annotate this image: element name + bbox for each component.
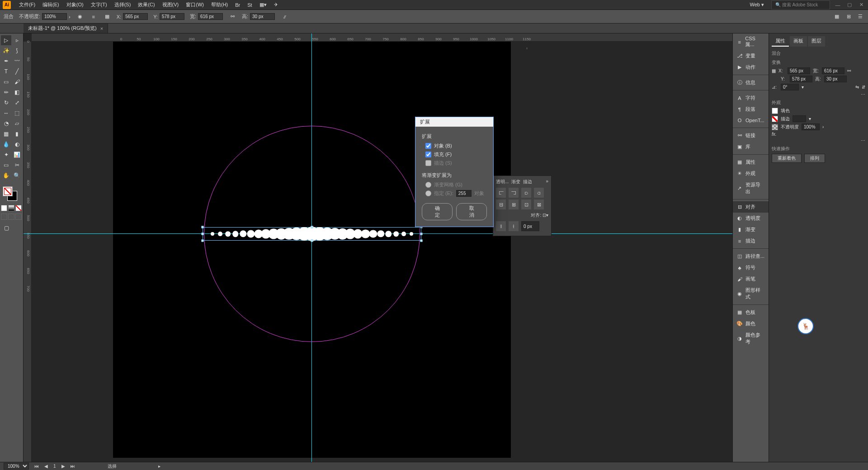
fill-swatch[interactable] — [772, 108, 778, 114]
canvas[interactable]: 0501001502002503003504004505005506006507… — [24, 33, 732, 462]
style-icon[interactable]: ◉ — [76, 13, 84, 21]
dist-hcenter-icon[interactable]: ⊞ — [509, 199, 519, 209]
flip-v-icon[interactable]: ⇵ — [862, 85, 865, 90]
selection-handle[interactable] — [420, 233, 423, 235]
prop-w-input[interactable] — [822, 67, 844, 74]
selection-handle[interactable] — [202, 233, 204, 235]
workspace-switcher[interactable]: Web ▾ — [746, 1, 768, 9]
reference-point-icon[interactable]: ▦ — [103, 13, 111, 21]
eyedropper-tool[interactable]: 💧 — [1, 139, 11, 149]
gpu-icon[interactable]: ✈ — [270, 2, 282, 8]
peek-collapse-icon[interactable]: » — [546, 179, 548, 185]
w-input[interactable] — [198, 13, 223, 20]
shaper-tool[interactable]: ✏ — [1, 87, 11, 97]
fx-label[interactable]: fx. — [772, 132, 777, 137]
bridge-icon[interactable]: Br — [231, 2, 244, 8]
opacity-input[interactable] — [802, 123, 820, 130]
selection-handle[interactable] — [202, 240, 204, 242]
menu-select[interactable]: 选择(S) — [111, 1, 135, 8]
ok-button[interactable]: 确定 — [422, 203, 453, 220]
magic-wand-tool[interactable]: ✨ — [1, 46, 11, 56]
tab-close-icon[interactable]: × — [100, 26, 103, 31]
strip-color-guide[interactable]: ◑颜色参考 — [733, 329, 769, 347]
arrange-icon[interactable]: ⊞ — [844, 13, 853, 21]
perspective-tool[interactable]: ▱ — [12, 119, 22, 128]
strip-lib[interactable]: ▣库 — [733, 141, 769, 152]
nav-prev-icon[interactable]: ◀ — [44, 464, 48, 469]
align-icon[interactable]: ≡ — [90, 13, 98, 21]
menu-window[interactable]: 窗口(W) — [182, 1, 208, 8]
menu-effect[interactable]: 效果(C) — [134, 1, 158, 8]
selection-handle[interactable] — [311, 226, 313, 228]
strip-brushes[interactable]: 🖌画笔 — [733, 273, 769, 285]
selection-tool[interactable]: ▷ — [1, 35, 11, 45]
menu-edit[interactable]: 编辑(E) — [39, 1, 63, 8]
strip-info[interactable]: ⓘ信息 — [733, 77, 769, 88]
strip-char[interactable]: A字符 — [733, 92, 769, 104]
lasso-tool[interactable]: ⟆ — [12, 46, 22, 56]
status-chevron-icon[interactable]: ▸ — [158, 464, 160, 469]
chevron-right-icon[interactable]: › — [822, 124, 824, 129]
chevron-down-icon[interactable]: ▾ — [809, 116, 811, 121]
link-wh-icon[interactable]: ⚯ — [228, 13, 236, 21]
width-tool[interactable]: ↔ — [1, 108, 11, 118]
prop-x-input[interactable] — [788, 67, 810, 74]
curvature-tool[interactable]: 〰 — [12, 56, 22, 66]
menu-object[interactable]: 对象(O) — [63, 1, 87, 8]
none-mode-icon[interactable] — [15, 205, 22, 211]
panel-tab-properties[interactable]: 属性 — [772, 36, 789, 47]
prop-h-input[interactable] — [824, 76, 847, 82]
prop-y-input[interactable] — [790, 76, 812, 82]
paintbrush-tool[interactable]: 🖌 — [12, 77, 22, 87]
opacity-input[interactable] — [42, 13, 67, 20]
minimize-button[interactable]: — — [834, 2, 842, 8]
strip-swatches[interactable]: ▦色板 — [733, 307, 769, 318]
mesh-tool[interactable]: ▦ — [1, 129, 11, 139]
more-options-icon[interactable]: ⋯ — [861, 92, 865, 97]
symbol-sprayer-tool[interactable]: ✦ — [1, 150, 11, 160]
selection-handle[interactable] — [202, 226, 204, 228]
menu-view[interactable]: 视图(V) — [159, 1, 183, 8]
shape-builder-tool[interactable]: ◔ — [1, 119, 11, 128]
ruler-horizontal[interactable]: 0501001502002503003504004505005506006507… — [32, 33, 732, 42]
menu-help[interactable]: 帮助(H) — [208, 1, 231, 8]
zoom-tool[interactable]: 🔍 — [12, 171, 22, 180]
dist-spacing-h-icon[interactable]: ⫴ — [496, 221, 506, 231]
h-input[interactable] — [250, 13, 275, 20]
spacing-input[interactable] — [521, 221, 539, 231]
free-transform-tool[interactable]: ⬚ — [12, 108, 22, 118]
align-to-selector[interactable]: ⊡▾ — [542, 213, 548, 218]
more-options-icon[interactable]: ⋯ — [861, 138, 865, 143]
opacity-chevron-icon[interactable]: › — [69, 14, 71, 19]
gradient-mode-icon[interactable] — [8, 205, 14, 211]
color-swatch[interactable] — [1, 185, 22, 203]
link-wh-icon[interactable]: ⚯ — [847, 68, 851, 73]
chevron-down-icon[interactable]: ▾ — [802, 85, 804, 90]
rotate-tool[interactable]: ↻ — [1, 98, 11, 108]
checkbox-object[interactable]: 对象 (B) — [425, 142, 487, 149]
peek-tab-3[interactable]: 描边 — [523, 179, 532, 185]
strip-align[interactable]: ⊟对齐 — [733, 201, 769, 213]
selection-handle[interactable] — [311, 240, 313, 242]
strip-actions[interactable]: ▶动作 — [733, 62, 769, 73]
flip-h-icon[interactable]: ⇋ — [855, 85, 859, 90]
blend-tool[interactable]: ◐ — [12, 139, 22, 149]
align-left-icon[interactable]: ⫍ — [496, 188, 506, 198]
graph-tool[interactable]: 📊 — [12, 150, 22, 160]
slice-tool[interactable]: ✂ — [12, 160, 22, 170]
strip-transparency[interactable]: ◐透明度 — [733, 213, 769, 224]
draw-behind-icon[interactable] — [8, 214, 14, 220]
strip-stroke[interactable]: ≡描边 — [733, 235, 769, 247]
selection-handle[interactable] — [420, 240, 423, 242]
panel-tab-layers[interactable]: 图层 — [808, 36, 825, 47]
nav-next-icon[interactable]: ▶ — [61, 464, 65, 469]
stroke-swatch[interactable] — [772, 116, 778, 122]
artboard-nav[interactable]: 1 — [53, 464, 56, 469]
menu-file[interactable]: 文件(F) — [15, 1, 39, 8]
prop-angle-input[interactable] — [781, 84, 799, 90]
maximize-button[interactable]: ▢ — [845, 2, 854, 8]
cancel-button[interactable]: 取消 — [456, 203, 487, 220]
strip-opentype[interactable]: OOpenT... — [733, 115, 769, 126]
transform-icon[interactable]: ⫽ — [280, 13, 288, 21]
hand-tool[interactable]: ✋ — [1, 171, 11, 180]
